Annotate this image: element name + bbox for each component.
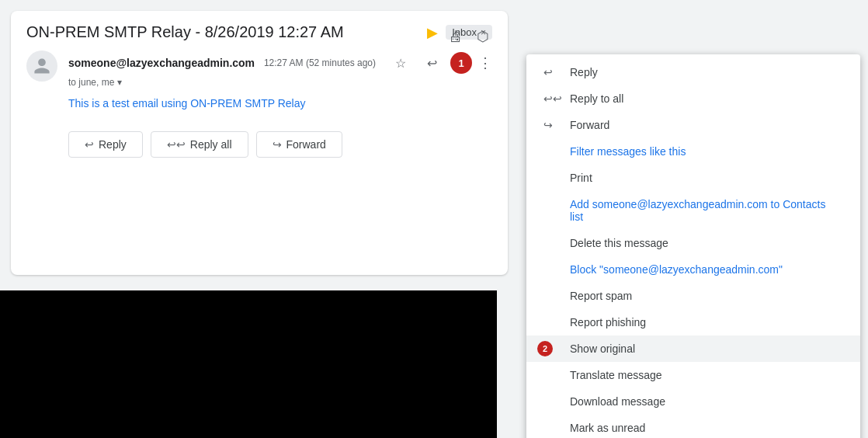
sender-email: someone@lazyexchangeadmin.com bbox=[68, 57, 255, 69]
menu-item-report-spam[interactable]: Report spam bbox=[526, 283, 860, 309]
menu-add-contact-label: Add someone@lazyexchangeadmin.com to Con… bbox=[570, 198, 842, 223]
avatar bbox=[26, 50, 57, 82]
reply-all-btn-label: Reply all bbox=[190, 138, 232, 151]
menu-item-translate[interactable]: Translate message bbox=[526, 362, 860, 388]
menu-item-show-original[interactable]: 2 Show original bbox=[526, 335, 860, 362]
message-row: someone@lazyexchangeadmin.com 12:27 AM (… bbox=[26, 50, 492, 88]
menu-item-delete[interactable]: Delete this message bbox=[526, 230, 860, 256]
menu-item-add-contact[interactable]: Add someone@lazyexchangeadmin.com to Con… bbox=[526, 191, 860, 230]
email-header: ON-PREM SMTP Relay - 8/26/2019 12:27 AM … bbox=[26, 23, 492, 41]
menu-item-report-phishing[interactable]: Report phishing bbox=[526, 309, 860, 335]
step-2-badge: 2 bbox=[537, 341, 553, 356]
menu-translate-label: Translate message bbox=[570, 369, 662, 381]
menu-forward-label: Forward bbox=[570, 119, 609, 131]
email-body: This is a test email using ON-PREM SMTP … bbox=[68, 97, 492, 110]
menu-item-print[interactable]: Print bbox=[526, 165, 860, 191]
kebab-menu-button[interactable]: ⋮ bbox=[478, 54, 492, 71]
reply-btn-icon: ↩ bbox=[85, 138, 94, 151]
forward-btn-label: Forward bbox=[286, 138, 326, 151]
star-button[interactable]: ☆ bbox=[388, 50, 413, 75]
forward-btn-icon: ↪ bbox=[273, 138, 282, 151]
reply-icon-button[interactable]: ↩ bbox=[419, 50, 444, 75]
top-actions: 🖨 ⬡ bbox=[446, 25, 492, 48]
sender-row: someone@lazyexchangeadmin.com 12:27 AM (… bbox=[68, 50, 492, 75]
print-button[interactable]: 🖨 bbox=[446, 25, 466, 48]
email-subject: ON-PREM SMTP Relay - 8/26/2019 12:27 AM bbox=[26, 23, 421, 41]
menu-item-reply-to-all[interactable]: ↩↩ Reply to all bbox=[526, 85, 860, 112]
reply-button[interactable]: ↩ Reply bbox=[68, 131, 143, 158]
more-badge: 1 bbox=[458, 57, 464, 69]
to-line: to june, me ▾ bbox=[68, 77, 492, 88]
menu-block-label: Block "someone@lazyexchangeadmin.com" bbox=[570, 263, 783, 276]
forward-menu-icon: ↪ bbox=[543, 119, 553, 131]
open-in-new-button[interactable]: ⬡ bbox=[474, 25, 492, 48]
menu-download-label: Download message bbox=[570, 395, 665, 408]
menu-item-reply[interactable]: ↩ Reply bbox=[526, 59, 860, 85]
menu-item-download[interactable]: Download message bbox=[526, 388, 860, 415]
forward-button[interactable]: ↪ Forward bbox=[256, 131, 342, 158]
menu-reply-label: Reply bbox=[570, 66, 598, 78]
reply-all-btn-icon: ↩↩ bbox=[167, 138, 186, 151]
forward-indicator-icon: ▶ bbox=[427, 24, 438, 41]
reply-menu-icon: ↩ bbox=[543, 66, 553, 78]
dropdown-menu: ↩ Reply ↩↩ Reply to all ↪ Forward Filter… bbox=[526, 54, 860, 438]
menu-show-original-label: Show original bbox=[570, 342, 635, 355]
menu-item-block[interactable]: Block "someone@lazyexchangeadmin.com" bbox=[526, 256, 860, 283]
black-bar bbox=[0, 290, 497, 438]
more-options-button[interactable]: 1 bbox=[450, 52, 472, 74]
menu-reply-to-all-label: Reply to all bbox=[570, 92, 623, 105]
reply-btn-label: Reply bbox=[99, 138, 127, 151]
menu-filter-label: Filter messages like this bbox=[570, 145, 686, 158]
menu-item-filter[interactable]: Filter messages like this bbox=[526, 138, 860, 165]
menu-report-phishing-label: Report phishing bbox=[570, 316, 646, 328]
menu-print-label: Print bbox=[570, 172, 592, 184]
action-buttons: ↩ Reply ↩↩ Reply all ↪ Forward bbox=[68, 131, 492, 158]
menu-report-spam-label: Report spam bbox=[570, 290, 632, 302]
reply-all-button[interactable]: ↩↩ Reply all bbox=[151, 131, 248, 158]
menu-mark-unread-label: Mark as unread bbox=[570, 422, 645, 434]
menu-item-mark-unread[interactable]: Mark as unread bbox=[526, 415, 860, 438]
menu-item-forward[interactable]: ↪ Forward bbox=[526, 112, 860, 138]
reply-all-menu-icon: ↩↩ bbox=[543, 92, 562, 105]
message-meta: someone@lazyexchangeadmin.com 12:27 AM (… bbox=[68, 50, 492, 88]
menu-delete-label: Delete this message bbox=[570, 237, 668, 249]
to-dropdown-arrow[interactable]: ▾ bbox=[117, 77, 122, 88]
email-container: ON-PREM SMTP Relay - 8/26/2019 12:27 AM … bbox=[11, 11, 508, 275]
message-time: 12:27 AM (52 minutes ago) bbox=[264, 57, 376, 68]
meta-actions: 12:27 AM (52 minutes ago) ☆ ↩ 1 ⋮ bbox=[264, 50, 492, 75]
